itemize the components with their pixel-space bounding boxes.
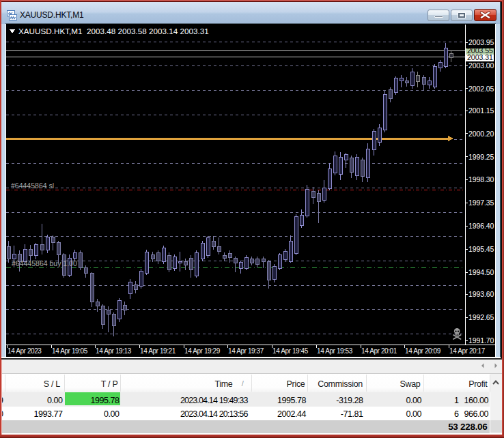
- svg-text:14 Apr 19:13: 14 Apr 19:13: [96, 347, 132, 354]
- svg-text:2001.15: 2001.15: [468, 106, 494, 114]
- svg-text:14 Apr 20:17: 14 Apr 20:17: [449, 347, 486, 354]
- svg-text:14 Apr 19:29: 14 Apr 19:29: [184, 347, 221, 354]
- svg-text:14 Apr 19:37: 14 Apr 19:37: [228, 347, 264, 354]
- svg-text:1999.25: 1999.25: [468, 152, 494, 160]
- svg-text:14 Apr 20:09: 14 Apr 20:09: [405, 347, 441, 354]
- svg-text:14 Apr 2023: 14 Apr 2023: [8, 347, 42, 354]
- svg-text:2003.00: 2003.00: [468, 61, 494, 69]
- svg-text:1998.30: 1998.30: [468, 175, 494, 184]
- svg-text:XAUUSD.HKT,M1 2003.48 2003.58: XAUUSD.HKT,M1 2003.48 2003.58 2003.14 20…: [18, 27, 209, 35]
- svg-text:14 Apr 19:53: 14 Apr 19:53: [317, 347, 353, 354]
- svg-text:14 Apr 19:21: 14 Apr 19:21: [140, 347, 176, 354]
- svg-text:#64445864 sl: #64445864 sl: [11, 181, 54, 189]
- svg-text:1997.35: 1997.35: [468, 199, 494, 207]
- svg-text:1992.65: 1992.65: [468, 313, 494, 321]
- svg-text:#64445864 buy 1.00: #64445864 buy 1.00: [12, 259, 77, 267]
- svg-text:1996.40: 1996.40: [468, 222, 494, 230]
- svg-text:1994.50: 1994.50: [468, 268, 494, 276]
- svg-text:2000.20: 2000.20: [468, 129, 494, 137]
- svg-text:2003.31: 2003.31: [467, 53, 493, 61]
- svg-text:1995.45: 1995.45: [468, 245, 494, 253]
- svg-text:14 Apr 20:01: 14 Apr 20:01: [361, 347, 397, 354]
- svg-text:1991.70: 1991.70: [468, 336, 494, 345]
- svg-text:2002.05: 2002.05: [468, 84, 494, 92]
- svg-text:14 Apr 19:05: 14 Apr 19:05: [52, 347, 88, 354]
- svg-text:2003.95: 2003.95: [468, 38, 494, 46]
- svg-text:1993.60: 1993.60: [468, 290, 494, 298]
- svg-text:14 Apr 19:45: 14 Apr 19:45: [272, 347, 309, 354]
